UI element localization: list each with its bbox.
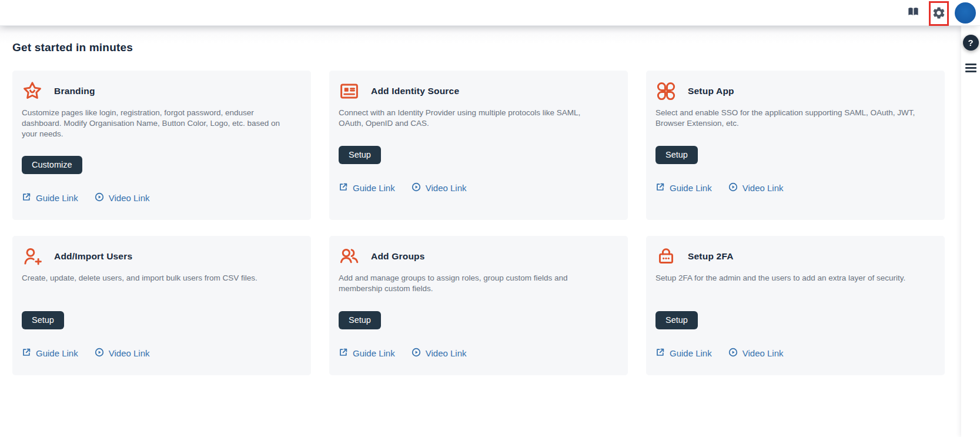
external-link-icon	[339, 182, 348, 194]
setup-button[interactable]: Setup	[339, 311, 381, 329]
page-title: Get started in minutes	[12, 41, 945, 54]
card-description: Select and enable SSO for the applicatio…	[655, 108, 919, 130]
star-smile-icon	[22, 81, 43, 102]
card-description: Connect with an Identity Provider using …	[339, 108, 602, 130]
topbar	[0, 0, 980, 26]
card-description: Add and manage groups to assign roles, g…	[339, 273, 602, 295]
apps-clover-icon	[655, 81, 677, 102]
user-avatar[interactable]	[955, 2, 976, 24]
play-circle-icon	[728, 348, 738, 359]
card-title: Branding	[54, 86, 95, 96]
main-content: Get started in minutes Branding Customiz…	[0, 26, 980, 375]
external-link-icon	[22, 192, 31, 204]
getting-started-grid: Branding Customize pages like login, reg…	[12, 71, 945, 375]
user-plus-icon	[22, 246, 43, 267]
docs-button[interactable]	[903, 3, 923, 23]
hamburger-menu-icon	[965, 64, 976, 65]
topbar-actions	[903, 0, 976, 26]
guide-link[interactable]: Guide Link	[655, 182, 712, 194]
right-rail: ?	[961, 26, 980, 437]
card-title: Add Identity Source	[371, 86, 459, 96]
settings-button[interactable]	[931, 6, 946, 21]
guide-link[interactable]: Guide Link	[22, 348, 78, 359]
gear-icon	[932, 6, 946, 22]
card-description: Customize pages like login, registration…	[22, 108, 285, 140]
card-title: Add/Import Users	[54, 251, 132, 262]
customize-button[interactable]: Customize	[22, 156, 82, 174]
identity-card-icon	[339, 81, 360, 102]
video-link[interactable]: Video Link	[412, 182, 467, 194]
card-add-groups: Add Groups Add and manage groups to assi…	[329, 236, 628, 375]
external-link-icon	[339, 348, 348, 359]
video-link[interactable]: Video Link	[95, 192, 150, 204]
guide-link[interactable]: Guide Link	[655, 348, 712, 359]
setup-button[interactable]: Setup	[655, 146, 698, 164]
video-link[interactable]: Video Link	[95, 348, 150, 359]
video-link[interactable]: Video Link	[412, 348, 467, 359]
card-title: Setup App	[688, 86, 734, 96]
setup-button[interactable]: Setup	[22, 311, 64, 329]
open-book-icon	[907, 5, 920, 21]
guide-link[interactable]: Guide Link	[339, 348, 395, 359]
card-setup-2fa: Setup 2FA Setup 2FA for the admin and th…	[646, 236, 945, 375]
users-group-icon	[339, 246, 360, 267]
card-description: Create, update, delete users, and import…	[22, 273, 285, 295]
help-button[interactable]: ?	[963, 35, 979, 51]
play-circle-icon	[95, 192, 104, 204]
play-circle-icon	[728, 182, 738, 194]
external-link-icon	[655, 348, 665, 359]
play-circle-icon	[95, 348, 104, 359]
card-branding: Branding Customize pages like login, reg…	[12, 71, 311, 220]
card-setup-app: Setup App Select and enable SSO for the …	[646, 71, 945, 220]
card-add-import-users: Add/Import Users Create, update, delete …	[12, 236, 311, 375]
video-link[interactable]: Video Link	[728, 348, 784, 359]
card-title: Add Groups	[371, 251, 425, 262]
video-link[interactable]: Video Link	[728, 182, 784, 194]
setup-button[interactable]: Setup	[339, 146, 381, 164]
card-add-identity-source: Add Identity Source Connect with an Iden…	[329, 71, 628, 220]
card-description: Setup 2FA for the admin and the users to…	[655, 273, 919, 295]
guide-link[interactable]: Guide Link	[339, 182, 395, 194]
play-circle-icon	[412, 182, 421, 194]
setup-button[interactable]: Setup	[655, 311, 698, 329]
guide-link[interactable]: Guide Link	[22, 192, 78, 204]
question-mark-icon: ?	[968, 38, 973, 48]
external-link-icon	[655, 182, 665, 194]
external-link-icon	[22, 348, 31, 359]
rail-menu-button[interactable]	[964, 62, 978, 74]
settings-highlight-box	[929, 1, 949, 26]
play-circle-icon	[412, 348, 421, 359]
lock-2fa-icon	[655, 246, 677, 267]
card-title: Setup 2FA	[688, 251, 734, 262]
